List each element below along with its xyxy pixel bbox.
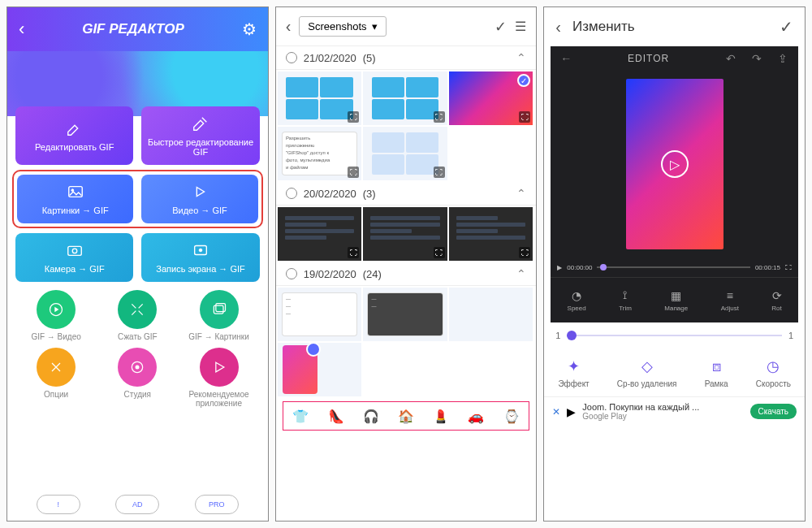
confirm-icon[interactable]: ✓ [780,17,793,37]
date-section-3[interactable]: 19/02/2020(24) ⌃ [276,262,537,286]
back-icon[interactable]: ‹ [555,18,561,37]
fullscreen-icon[interactable]: ⛶ [785,264,792,271]
expand-icon[interactable]: ⛶ [348,167,359,178]
frame-icon: ⧈ [706,357,726,376]
thumbnail[interactable]: ⛶ [363,71,447,125]
pill-ad[interactable]: AD [115,495,159,514]
expand-icon[interactable]: ⛶ [348,247,359,258]
back-icon[interactable]: ‹ [19,19,24,40]
tool-manage[interactable]: ▦Manage [664,289,688,312]
tool-speed[interactable]: ◔Speed [568,289,586,312]
ad-close-icon[interactable]: ✕ [552,406,560,418]
play-button-icon[interactable]: ▷ [661,150,689,178]
svg-point-6 [199,249,202,252]
ad-banner[interactable]: ✕ ▶ Joom. Покупки на каждый ... Google P… [544,396,805,426]
section-date: 20/02/2020 [304,188,356,200]
tool-trim[interactable]: ⟟Trim [619,288,632,312]
emoji-car-icon[interactable]: 🚗 [468,409,484,424]
slider-track[interactable] [567,335,781,336]
video-editor-panel: ← EDITOR ↶ ↷ ⇪ ▷ ▶ 00:00:00 00:00:15 ⛶ ◔… [551,46,798,322]
expand-icon[interactable]: ⛶ [434,111,445,123]
thumbnail[interactable]: ⛶ [363,207,447,261]
pill-info[interactable]: ! [37,495,80,514]
compress-icon [129,301,145,318]
tool-rotate[interactable]: ⟳Rot [771,289,781,312]
highlighted-row: Картинки → GIF Видео → GIF [12,170,263,228]
tile-camera-to-gif[interactable]: Камера → GIF [15,233,133,282]
radio-icon[interactable] [286,52,297,63]
date-section-2[interactable]: 20/02/2020(3) ⌃ [276,182,537,206]
circle-recommended[interactable]: Рекомендуемое приложение [179,348,259,408]
circle-options[interactable]: Опции [16,348,97,408]
tool-eraser[interactable]: ◇Ср-во удаления [617,357,677,388]
editor-back-icon[interactable]: ← [559,52,573,65]
thumbnail[interactable]: ⛶ [363,127,447,180]
emoji-shirt-icon[interactable]: 👕 [292,409,309,424]
redo-icon[interactable]: ↷ [749,52,764,65]
back-icon[interactable]: ‹ [286,17,292,36]
thumbnail[interactable] [449,288,533,341]
brush-fast-icon [192,115,209,132]
thumbnail-selected[interactable]: ✓⛶ [449,71,533,125]
chevron-up-icon[interactable]: ⌃ [516,51,526,64]
section-count: (5) [363,52,376,64]
tile-quick-edit[interactable]: Быстрое редактирование GIF [141,106,259,165]
thumbnail[interactable]: ⛶ [278,207,362,261]
chevron-up-icon[interactable]: ⌃ [516,187,526,200]
expand-icon[interactable]: ⛶ [348,111,359,123]
emoji-headphones-icon[interactable]: 🎧 [363,409,379,424]
tile-edit-gif[interactable]: Редактировать GIF [15,106,133,165]
frame-slider[interactable]: 1 1 [544,322,805,348]
tool-frame[interactable]: ⧈Рамка [705,357,728,388]
timeline-bar[interactable] [597,266,749,268]
bottom-toolbar: ✦Эффект ◇Ср-во удаления ⧈Рамка ◷Скорость [544,348,805,396]
circle-gif-to-pics[interactable]: GIF → Картинки [179,290,259,341]
thumbnail[interactable]: Разрешитьприложению"GIFShop" доступ кфот… [278,127,362,180]
play-small-icon[interactable]: ▶ [557,264,562,271]
expand-icon[interactable]: ⛶ [434,247,445,258]
thumbs-row-2: ⛶ ⛶ ⛶ [276,206,537,262]
tool-speed2[interactable]: ◷Скорость [756,357,791,388]
tool-adjust[interactable]: ≡Adjust [721,289,739,312]
date-section-1[interactable]: 21/02/2020(5) ⌃ [276,46,537,70]
filter-icon[interactable]: ☰ [515,19,526,34]
preview-area[interactable]: ▷ [551,71,798,258]
thumbnail[interactable]: ——— [278,288,362,341]
thumbnail[interactable] [278,343,362,396]
circle-compress[interactable]: Сжать GIF [97,290,178,341]
ad-subtext: Google Play [582,412,743,421]
tool-effect[interactable]: ✦Эффект [558,357,589,388]
timeline[interactable]: ▶ 00:00:00 00:00:15 ⛶ [551,258,798,277]
confirm-icon[interactable]: ✓ [495,18,507,36]
selected-badge-icon: ✓ [517,74,530,87]
circle-gif-to-video[interactable]: GIF → Видео [16,290,97,341]
chevron-up-icon[interactable]: ⌃ [516,267,526,280]
expand-icon[interactable]: ⛶ [434,167,445,178]
download-button[interactable]: Скачать [750,404,797,419]
thumbnail[interactable]: —— [363,288,447,341]
radio-icon[interactable] [286,268,297,279]
radio-icon[interactable] [286,188,297,199]
thumbnail[interactable]: ⛶ [278,71,362,125]
tile-label: Камера → GIF [45,264,105,274]
tile-video-to-gif[interactable]: Видео → GIF [141,175,257,223]
expand-icon[interactable]: ⛶ [519,247,530,258]
circle-studio[interactable]: Студия [97,348,178,408]
thumbnail[interactable]: ⛶ [449,207,533,261]
emoji-lipstick-icon[interactable]: 💄 [433,409,449,424]
emoji-house-icon[interactable]: 🏠 [398,409,414,424]
settings-icon[interactable]: ⚙ [242,19,257,39]
play-store-icon [211,359,227,375]
tile-record-to-gif[interactable]: Запись экрана → GIF [141,233,259,282]
emoji-tray: 👕 👠 🎧 🏠 💄 🚗 ⌚ [283,401,530,431]
folder-dropdown[interactable]: Screenshots ▾ [299,16,386,37]
expand-icon[interactable]: ⛶ [519,111,530,123]
export-icon[interactable]: ⇪ [775,52,790,65]
undo-icon[interactable]: ↶ [723,52,738,65]
emoji-heel-icon[interactable]: 👠 [328,409,344,424]
emoji-watch-icon[interactable]: ⌚ [503,409,520,424]
pill-pro[interactable]: PRO [195,495,239,514]
tile-pics-to-gif[interactable]: Картинки → GIF [17,175,133,223]
gauge-icon: ◷ [763,357,783,376]
svg-marker-2 [197,188,204,197]
